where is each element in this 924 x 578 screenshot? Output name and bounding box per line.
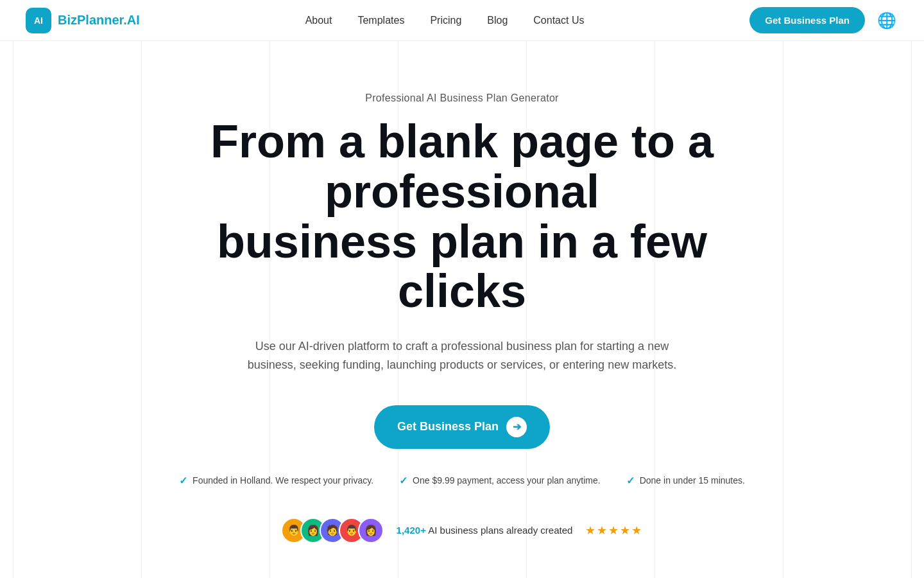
language-button[interactable]: 🌐 [875,9,898,32]
hero-description: Use our AI-driven platform to craft a pr… [244,337,680,374]
check-icon-1: ✓ [399,475,407,487]
nav-blog[interactable]: Blog [487,15,508,26]
brand-name: BizPlanner.AI [58,13,140,28]
nav-cta-button[interactable]: Get Business Plan [749,7,865,33]
avatar-group: 👨 👩 🧑 👨 👩 [281,518,384,543]
avatar-5: 👩 [358,518,384,543]
nav-about[interactable]: About [305,15,332,26]
check-icon-0: ✓ [179,475,187,487]
cta-arrow-icon: ➔ [506,417,527,437]
social-proof: 👨 👩 🧑 👨 👩 1,420+ AI business plans alrea… [281,518,644,543]
hero-section: Professional AI Business Plan Generator … [0,41,924,578]
trust-item-0: ✓ Founded in Holland. We respect your pr… [179,475,373,487]
brand-logo[interactable]: AI BizPlanner.AI [26,8,140,33]
nav-contact[interactable]: Contact Us [533,15,584,26]
check-icon-2: ✓ [626,475,635,487]
trust-items: ✓ Founded in Holland. We respect your pr… [179,475,745,487]
star-rating: ★★★★★ [585,523,643,538]
nav-pricing[interactable]: Pricing [430,15,461,26]
nav-right: Get Business Plan 🌐 [749,7,898,33]
social-proof-text: 1,420+ AI business plans already created [397,525,573,536]
nav-templates[interactable]: Templates [357,15,404,26]
logo-icon: AI [26,8,51,33]
trust-item-1: ✓ One $9.99 payment, access your plan an… [399,475,601,487]
nav-links: About Templates Pricing Blog Contact Us [305,15,585,26]
hero-cta-button[interactable]: Get Business Plan ➔ [374,405,550,449]
hero-subtitle: Professional AI Business Plan Generator [365,92,559,104]
hero-title: From a blank page to a professional busi… [173,117,751,317]
navbar: AI BizPlanner.AI About Templates Pricing… [0,0,924,41]
trust-item-2: ✓ Done in under 15 minutes. [626,475,745,487]
